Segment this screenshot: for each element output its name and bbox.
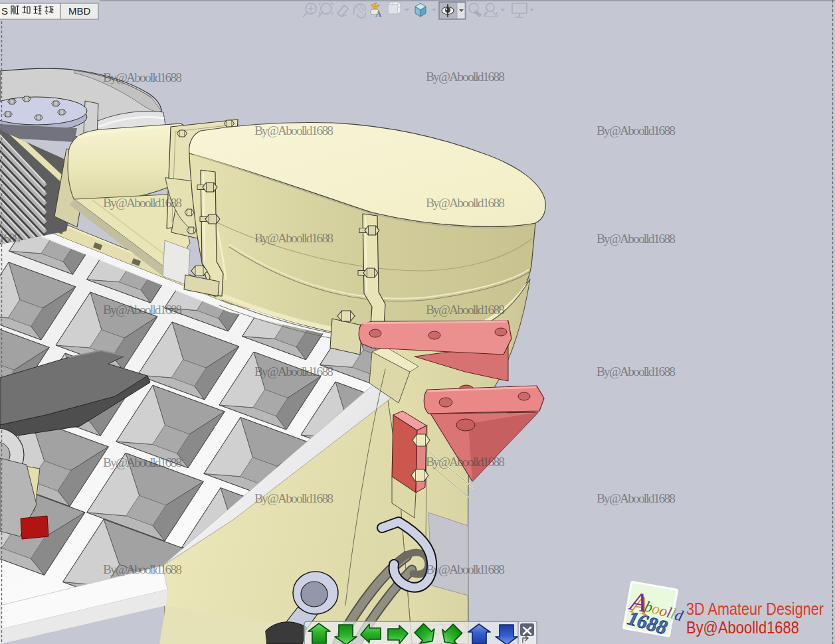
svg-text:By@Aboolld1688: By@Aboolld1688: [426, 196, 505, 210]
svg-text:By@Aboolld1688: By@Aboolld1688: [597, 364, 676, 378]
svg-text:By@Aboolld1688: By@Aboolld1688: [103, 196, 182, 210]
svg-text:By@Aboolld1688: By@Aboolld1688: [254, 364, 333, 378]
svg-text:MBD: MBD: [68, 5, 91, 17]
svg-text:By@Aboolld1688: By@Aboolld1688: [426, 70, 505, 84]
svg-text:By@Aboolld1688: By@Aboolld1688: [426, 562, 505, 576]
svg-text:By@Aboolld1688: By@Aboolld1688: [103, 562, 182, 576]
svg-text:A: A: [375, 9, 382, 19]
svg-text:By@Aboolld1688: By@Aboolld1688: [254, 123, 333, 137]
svg-text:3D Amateur Designer: 3D Amateur Designer: [686, 600, 824, 618]
svg-text:By@Aboolld1688: By@Aboolld1688: [597, 232, 676, 246]
svg-text:By@Aboolld1688: By@Aboolld1688: [103, 455, 182, 469]
svg-text:By@Aboolld1688: By@Aboolld1688: [597, 123, 676, 137]
svg-text:By@Aboolld1688: By@Aboolld1688: [254, 231, 333, 245]
svg-text:By@Aboolld1688: By@Aboolld1688: [103, 70, 182, 84]
svg-text:By@Aboolld1688: By@Aboolld1688: [686, 618, 799, 637]
svg-text:By@Aboolld1688: By@Aboolld1688: [0, 231, 21, 245]
svg-text:By@Aboolld1688: By@Aboolld1688: [103, 303, 182, 317]
svg-text:By@Aboolld1688: By@Aboolld1688: [254, 491, 333, 505]
svg-text:By@Aboolld1688: By@Aboolld1688: [597, 491, 676, 505]
svg-text:By@Aboolld1688: By@Aboolld1688: [426, 303, 505, 317]
svg-text:By@Aboolld1688: By@Aboolld1688: [426, 455, 505, 469]
svg-text:S: S: [1, 5, 8, 17]
